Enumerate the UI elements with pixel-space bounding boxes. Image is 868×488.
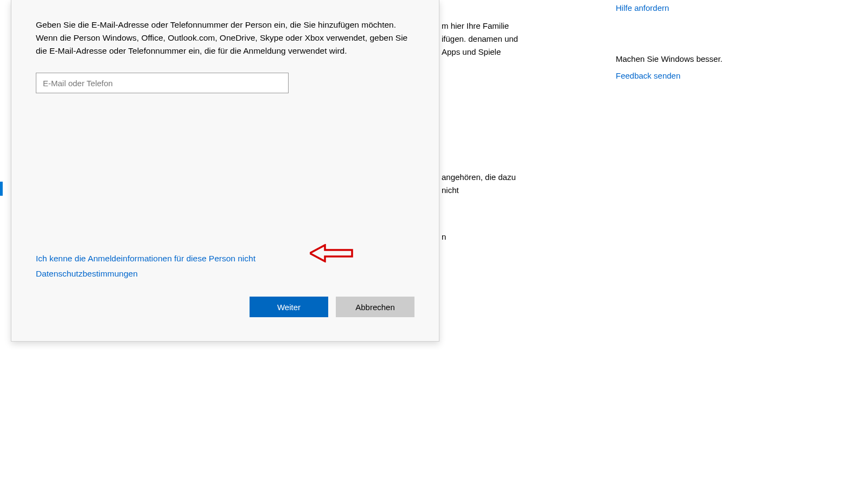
background-text-family: m hier Ihre Familie ifügen. denamen und …: [442, 20, 534, 59]
background-text-fragment: n: [442, 232, 446, 241]
dialog-body: Geben Sie die E-Mail-Adresse oder Telefo…: [11, 0, 439, 341]
no-credentials-link[interactable]: Ich kenne die Anmeldeinformationen für d…: [36, 254, 256, 264]
email-phone-input[interactable]: [36, 73, 289, 93]
next-button[interactable]: Weiter: [250, 297, 328, 317]
help-link[interactable]: Hilfe anfordern: [616, 2, 778, 14]
dialog-instruction: Geben Sie die E-Mail-Adresse oder Telefo…: [36, 18, 414, 57]
background-text-members: angehören, die dazu nicht: [442, 171, 523, 197]
dialog-links: Ich kenne die Anmeldeinformationen für d…: [36, 254, 256, 284]
privacy-link[interactable]: Datenschutzbestimmungen: [36, 269, 256, 279]
feedback-link[interactable]: Feedback senden: [616, 70, 778, 81]
nav-active-indicator: [0, 182, 3, 196]
cancel-button[interactable]: Abbrechen: [336, 297, 414, 317]
red-arrow-annotation: [310, 244, 353, 262]
add-user-dialog: Geben Sie die E-Mail-Adresse oder Telefo…: [11, 0, 439, 342]
help-sidebar: Hilfe anfordern Machen Sie Windows besse…: [616, 2, 778, 81]
feedback-heading: Machen Sie Windows besser.: [616, 54, 778, 63]
dialog-button-row: Weiter Abbrechen: [250, 297, 414, 317]
